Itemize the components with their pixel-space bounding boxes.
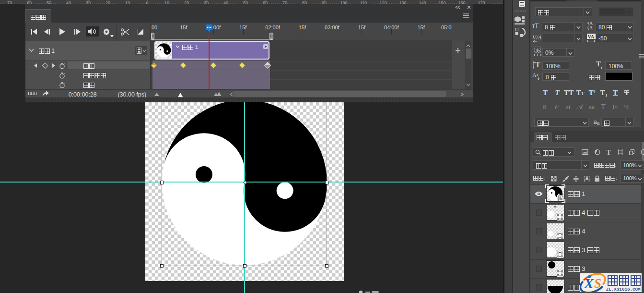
svg-text:T: T: [535, 61, 540, 69]
svg-text:TT: TT: [564, 88, 574, 97]
svg-text:fi: fi: [543, 103, 547, 110]
svg-text:T1: T1: [600, 88, 607, 97]
svg-text:st: st: [566, 103, 570, 110]
svg-text:𝕋: 𝕋: [600, 103, 606, 110]
svg-text:T: T: [596, 61, 601, 68]
svg-text:TT: TT: [576, 88, 585, 97]
svg-text:T: T: [555, 88, 560, 97]
svg-text:T: T: [613, 88, 618, 97]
svg-text:S: S: [594, 276, 601, 291]
svg-text:a: a: [537, 73, 539, 77]
svg-text:A: A: [589, 25, 593, 30]
svg-text:T: T: [624, 88, 630, 97]
svg-text:𝒜: 𝒜: [577, 103, 584, 110]
svg-text:T: T: [543, 88, 548, 97]
svg-text:𝒪: 𝒪: [554, 103, 559, 110]
svg-text:T1: T1: [588, 88, 596, 97]
svg-text:aa: aa: [589, 103, 595, 110]
svg-text:VA: VA: [588, 34, 595, 39]
svg-text:1st: 1st: [612, 103, 618, 110]
svg-text:X: X: [584, 275, 594, 291]
svg-text:A: A: [532, 72, 537, 78]
svg-text:½: ½: [624, 103, 629, 110]
svg-text:V/A: V/A: [532, 34, 541, 41]
svg-text:あ: あ: [536, 48, 540, 53]
